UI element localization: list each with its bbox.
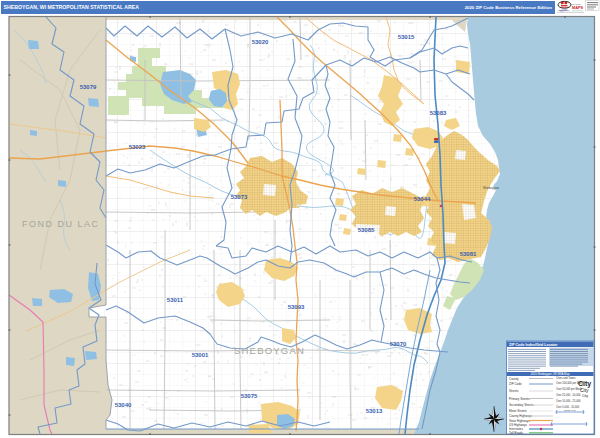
svg-text:53011: 53011 xyxy=(167,297,184,303)
svg-text:MAPS: MAPS xyxy=(572,6,583,10)
svg-text:53093: 53093 xyxy=(288,304,305,310)
svg-text:Over 25,000 - 50,000: Over 25,000 - 50,000 xyxy=(556,393,581,397)
svg-text:53040: 53040 xyxy=(115,402,132,408)
svg-text:53013: 53013 xyxy=(366,408,383,414)
svg-text:FOND DU LAC: FOND DU LAC xyxy=(22,219,100,229)
svg-text:City: City xyxy=(580,387,589,393)
svg-text:State Highways: State Highways xyxy=(509,419,530,423)
svg-text:53044: 53044 xyxy=(414,196,431,202)
svg-text:Minor Streets: Minor Streets xyxy=(509,409,527,413)
svg-text:Cities and Towns: Cities and Towns xyxy=(556,376,576,380)
svg-text:Over 10,000 - 25,000: Over 10,000 - 25,000 xyxy=(556,399,581,403)
svg-text:ZIP Code: ZIP Code xyxy=(509,382,522,386)
svg-text:Streets: Streets xyxy=(509,389,519,393)
svg-text:2020 ZIP Code Business Referen: 2020 ZIP Code Business Reference Edition xyxy=(465,5,553,10)
svg-text:53015: 53015 xyxy=(398,34,415,40)
svg-text:53023: 53023 xyxy=(129,144,146,150)
svg-text:SHEBOYGAN, WI METROPOLITAN STA: SHEBOYGAN, WI METROPOLITAN STATISTICAL A… xyxy=(4,4,140,10)
svg-text:Primary Streets: Primary Streets xyxy=(509,397,530,401)
svg-text:Sheboygan: Sheboygan xyxy=(483,186,499,190)
svg-text:53075: 53075 xyxy=(241,393,258,399)
svg-text:53081: 53081 xyxy=(460,251,477,257)
svg-text:53073: 53073 xyxy=(231,194,248,200)
svg-text:SHEBOYGAN: SHEBOYGAN xyxy=(234,345,305,356)
svg-text:53085: 53085 xyxy=(358,227,375,233)
svg-text:53079: 53079 xyxy=(80,84,97,90)
svg-text:53083: 53083 xyxy=(430,110,447,116)
svg-text:County: County xyxy=(509,377,519,381)
svg-text:53001: 53001 xyxy=(192,352,209,358)
svg-text:53020: 53020 xyxy=(252,39,269,45)
svg-text:City: City xyxy=(582,394,588,398)
svg-text:ZIP Code Index/Grid Locator: ZIP Code Index/Grid Locator xyxy=(509,343,558,347)
svg-text:Scale 1:48: Scale 1:48 xyxy=(564,409,576,412)
svg-text:53070: 53070 xyxy=(390,341,407,347)
svg-text:Over 50,000 per Block: Over 50,000 per Block xyxy=(556,387,583,391)
svg-text:Toll Roads: Toll Roads xyxy=(509,431,524,435)
